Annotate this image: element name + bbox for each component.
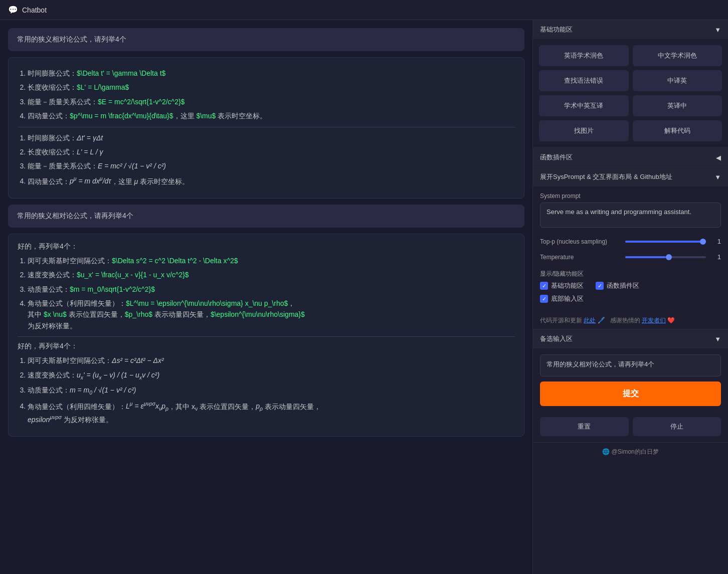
rendered-1-1: 时间膨胀公式：Δt' = γΔt (28, 132, 515, 143)
intro-text-2: 好的，再列举4个： (18, 242, 515, 251)
assistant-message-2: 好的，再列举4个： 闵可夫斯基时空间隔公式：$\Delta s^2 = c^2 … (8, 234, 524, 437)
btn-chinese-polish[interactable]: 中文学术润色 (633, 45, 722, 66)
checkbox-bottom-label: 底部输入区 (551, 294, 584, 303)
rendered-2-4: 角动量公式（利用四维矢量）：Lμ = εμνρσxνpρ，其中 xν 表示位置四… (28, 400, 515, 425)
checkbox-row-1: ✓ 基础功能区 ✓ 函数插件区 (540, 281, 721, 290)
formula-item-2-1: 闵可夫斯基时空间隔公式：$\Delta s^2 = c^2 \Delta t^2… (28, 255, 515, 266)
formula-x-nu: $x \nu$ (44, 310, 67, 318)
temperature-row: Temperature 1 (533, 249, 728, 265)
display-label: 显示/隐藏功能区 (540, 270, 721, 278)
user-message-2: 常用的狭义相对论公式，请再列举4个 (8, 205, 524, 228)
checkbox-plugin-label: 函数插件区 (607, 281, 639, 290)
formula-list-1: 时间膨胀公式：$\Delta t' = \gamma \Delta t$ 长度收… (28, 68, 515, 122)
developers-link[interactable]: 开发者们 (642, 317, 666, 324)
submit-button[interactable]: 提交 (540, 381, 721, 406)
formula-mu: $\mu$ (196, 112, 216, 120)
top-p-row: Top-p (nucleus sampling) 1 (533, 234, 728, 249)
intro-text-3: 好的，再列举4个： (18, 342, 515, 351)
sysprompt-arrow: ▼ (714, 173, 721, 181)
checkbox-plugin[interactable]: ✓ (596, 282, 604, 290)
plugin-functions-title: 函数插件区 (540, 153, 573, 162)
formula-epsilon: $\epsilon^{\mu\nu\rho\sigma}$ (211, 310, 305, 318)
bottom-row: 重置 停止 (533, 412, 728, 442)
weibo-icon: 🌐 (602, 448, 610, 455)
user-message-1: 常用的狭义相对论公式，请列举4个 (8, 28, 524, 51)
source-text: 代码开源和更新 (540, 317, 582, 324)
function-buttons-grid: 英语学术润色 中文学术润色 查找语法错误 中译英 学术中英互译 英译中 找图片 … (533, 39, 728, 147)
top-p-fill (625, 241, 706, 243)
formula-latex-3: $E = mc^2/\sqrt{1-v^2/c^2}$ (98, 98, 185, 106)
formula-latex-2-2: $u_x' = \frac{u_x - v}{1 - u_x v/c^2}$ (77, 271, 189, 279)
top-p-label: Top-p (nucleus sampling) (540, 238, 620, 245)
checkbox-basic[interactable]: ✓ (540, 282, 548, 290)
btn-en-to-zh[interactable]: 英译中 (633, 95, 722, 116)
system-prompt-area: System prompt Serve me as a writing and … (533, 186, 728, 234)
btn-find-image[interactable]: 找图片 (539, 120, 629, 141)
alt-input-body: 常用的狭义相对论公式，请再列举4个 提交 (533, 348, 728, 412)
plugin-functions-header[interactable]: 函数插件区 ◀ (533, 148, 728, 167)
alt-input-title: 备选输入区 (540, 334, 573, 343)
btn-zh-to-en[interactable]: 中译英 (633, 70, 722, 91)
system-prompt-value[interactable]: Serve me as a writing and programming as… (540, 203, 721, 228)
formula-latex-4: $p^\mu = m \frac{dx^\mu}{d\tau}$ (70, 112, 173, 120)
checkbox-basic-label: 基础功能区 (551, 281, 584, 290)
alt-input-section: 备选输入区 ▼ 常用的狭义相对论公式，请再列举4个 提交 重置 停止 (533, 329, 728, 443)
basic-functions-header[interactable]: 基础功能区 ▼ (533, 20, 728, 39)
temperature-label: Temperature (540, 254, 620, 261)
top-p-track[interactable] (625, 241, 706, 243)
rendered-1-3: 能量－质量关系公式：E = mc² / √(1 − v² / c²) (28, 160, 515, 171)
divider-1 (18, 127, 515, 127)
alt-input-header[interactable]: 备选输入区 ▼ (533, 329, 728, 348)
btn-explain-code[interactable]: 解释代码 (633, 120, 722, 141)
formula-list-2: 闵可夫斯基时空间隔公式：$\Delta s^2 = c^2 \Delta t^2… (28, 255, 515, 331)
formula-item-1-4: 四动量公式：$p^\mu = m \frac{dx^\mu}{d\tau}$，这… (28, 110, 515, 121)
divider-2 (18, 336, 515, 337)
checkbox-bottom-item[interactable]: ✓ 底部输入区 (540, 294, 584, 303)
alt-input-arrow: ▼ (714, 335, 721, 343)
formula-rendered-list-1: 时间膨胀公式：Δt' = γΔt 长度收缩公式：L' = L / γ 能量－质量… (28, 132, 515, 187)
app-title: Chatbot (22, 6, 47, 14)
checkbox-bottom[interactable]: ✓ (540, 295, 548, 303)
plugin-functions-section: 函数插件区 ◀ (533, 148, 728, 167)
rendered-2-3: 动质量公式：m = m0 / √(1 − v² / c²) (28, 385, 515, 397)
branding-text: @Simon的白日梦 (612, 448, 659, 455)
temperature-thumb[interactable] (666, 254, 672, 260)
alt-input-box[interactable]: 常用的狭义相对论公式，请再列举4个 (540, 354, 721, 376)
plugin-functions-arrow: ◀ (716, 154, 721, 161)
formula-item-1-2: 长度收缩公式：$L' = L/\gamma$ (28, 82, 515, 93)
checkbox-basic-item[interactable]: ✓ 基础功能区 (540, 281, 584, 290)
btn-grammar-check[interactable]: 查找语法错误 (539, 70, 629, 91)
assistant-message-1: 时间膨胀公式：$\Delta t' = \gamma \Delta t$ 长度收… (8, 57, 524, 199)
rendered-2-2: 速度变换公式：ux' = (ux − v) / (1 − uxv / c²) (28, 369, 515, 382)
rendered-1-4: 四动量公式：pμ = m dxμ/dτ，这里 μ 表示时空坐标。 (28, 175, 515, 187)
formula-latex-2: $L' = L/\gamma$ (77, 83, 129, 91)
formula-latex-2-4: $L^\mu = \epsilon^{\mu\nu\rho\sigma} x_\… (126, 299, 288, 307)
branding-row: 🌐 @Simon的白日梦 (533, 443, 728, 461)
sysprompt-title: 展开SysPrompt & 交互界面布局 & Github地址 (540, 172, 672, 181)
formula-item-1-3: 能量－质量关系公式：$E = mc^2/\sqrt{1-v^2/c^2}$ (28, 96, 515, 107)
basic-functions-arrow: ▼ (714, 26, 721, 34)
btn-academic-translate[interactable]: 学术中英互译 (539, 95, 629, 116)
formula-latex-2-3: $m = m_0/\sqrt{1-v^2/c^2}$ (70, 285, 155, 293)
formula-item-2-3: 动质量公式：$m = m_0/\sqrt{1-v^2/c^2}$ (28, 284, 515, 295)
formula-p-rho: $p_\rho$ (125, 310, 152, 318)
stop-button[interactable]: 停止 (633, 417, 721, 436)
formula-item-2-2: 速度变换公式：$u_x' = \frac{u_x - v}{1 - u_x v/… (28, 269, 515, 280)
top-p-thumb[interactable] (700, 239, 706, 245)
sidebar: 基础功能区 ▼ 英语学术润色 中文学术润色 查找语法错误 中译英 学术中英互译 … (532, 20, 728, 574)
temperature-track[interactable] (625, 256, 706, 258)
formula-item-2-4: 角动量公式（利用四维矢量）：$L^\mu = \epsilon^{\mu\nu\… (28, 298, 515, 331)
source-link[interactable]: 此处 (584, 317, 596, 324)
top-p-value: 1 (711, 238, 721, 245)
checkboxes-area: 显示/隐藏功能区 ✓ 基础功能区 ✓ 函数插件区 ✓ 底部输入区 (533, 265, 728, 312)
sysprompt-header[interactable]: 展开SysPrompt & 交互界面布局 & Github地址 ▼ (533, 167, 728, 186)
reset-button[interactable]: 重置 (540, 417, 629, 436)
main-layout: 常用的狭义相对论公式，请列举4个 时间膨胀公式：$\Delta t' = \ga… (0, 20, 728, 574)
thanks-text: 感谢热情的 (610, 317, 640, 324)
basic-functions-section: 基础功能区 ▼ 英语学术润色 中文学术润色 查找语法错误 中译英 学术中英互译 … (533, 20, 728, 148)
checkbox-plugin-item[interactable]: ✓ 函数插件区 (596, 281, 639, 290)
chatbot-icon: 💬 (8, 5, 18, 15)
btn-english-polish[interactable]: 英语学术润色 (539, 45, 629, 66)
chat-area[interactable]: 常用的狭义相对论公式，请列举4个 时间膨胀公式：$\Delta t' = \ga… (0, 20, 532, 574)
rendered-1-2: 长度收缩公式：L' = L / γ (28, 146, 515, 157)
